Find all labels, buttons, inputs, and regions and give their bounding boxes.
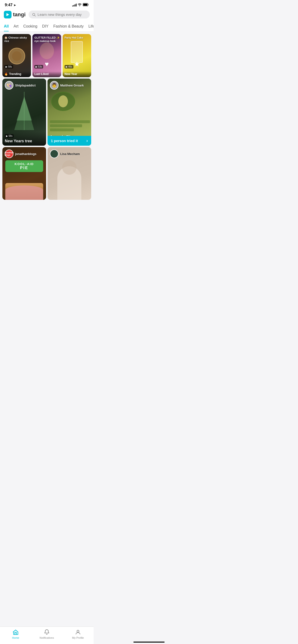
card-avocado[interactable]: 👨 Matthew Groark ▶ 38s Avocado Slice	[48, 78, 91, 146]
card-lisa[interactable]: Lisa Mecham	[48, 147, 91, 200]
card-glitter-category: Last Liked	[32, 72, 61, 77]
last-liked-label: Last Liked	[34, 72, 49, 76]
card-glitter-duration: ▶ 53s	[34, 65, 43, 68]
shiplapaddict-avatar: 👒	[5, 81, 14, 90]
logo-text: tangi	[13, 12, 26, 18]
search-icon	[32, 13, 36, 16]
search-bar[interactable]	[29, 10, 90, 18]
koolaid-line1: KOOL-AID	[8, 162, 41, 166]
tried-it-chevron: ›	[86, 138, 88, 143]
jonathan-avatar: jonathanblogs	[5, 150, 14, 158]
tried-it-text: 1 person tried it	[51, 139, 78, 143]
tab-all[interactable]: All	[4, 24, 9, 32]
heart-icon: ♥	[45, 60, 49, 68]
mid-row: 👒 Shiplapaddict ▶ 58s New Years tree	[3, 78, 91, 146]
signal-icon	[72, 4, 77, 6]
tab-diy[interactable]: DIY	[42, 24, 49, 32]
card-new-years-tree[interactable]: 👒 Shiplapaddict ▶ 58s New Years tree	[3, 78, 46, 146]
svg-line-4	[35, 15, 36, 16]
status-icons	[72, 3, 89, 7]
search-input[interactable]	[38, 12, 86, 16]
card-party-hat-title: Party Hat Cake	[65, 36, 83, 39]
tab-lifestyle[interactable]: Lifestyle	[89, 24, 94, 32]
jonathan-name: jonathanblogs	[15, 152, 37, 156]
card-avocado-user-row: 👨 Matthew Groark	[50, 81, 84, 90]
header: tangi	[0, 8, 94, 22]
matthew-avatar: 👨	[50, 81, 59, 90]
card-party-hat[interactable]: Party Hat Cake ▶ 45s ★ New Year	[63, 34, 91, 77]
new-years-tree-duration: ▶ 58s	[5, 134, 14, 138]
card-lisa-user-row: Lisa Mecham	[50, 150, 80, 158]
content-scroll: 🏠 Chinese sticky rice ▶ 58s 🔥 Trending G	[0, 32, 94, 222]
svg-rect-1	[83, 4, 87, 6]
content-grid: 🏠 Chinese sticky rice ▶ 58s 🔥 Trending G	[0, 32, 94, 202]
trending-icon: 🔥	[4, 72, 8, 76]
tab-art[interactable]: Art	[14, 24, 18, 32]
card-koolaid-user-row: jonathanblogs jonathanblogs	[5, 150, 37, 158]
card-glitter[interactable]: GLITTER FILLED ✨eye makeup look ▶ 53s ♥ …	[32, 34, 61, 77]
lisa-avatar	[50, 150, 59, 158]
wifi-icon	[78, 3, 82, 7]
tried-it-banner[interactable]: 1 person tried it ›	[48, 136, 91, 146]
new-year-label: New Year	[65, 72, 77, 76]
card-sticky-rice-category: 🔥 Trending	[3, 72, 31, 77]
card-new-years-tree-user-row: 👒 Shiplapaddict	[5, 81, 36, 90]
shiplapaddict-name: Shiplapaddict	[15, 84, 36, 87]
top-row: 🏠 Chinese sticky rice ▶ 58s 🔥 Trending G	[3, 34, 91, 77]
bottom-row: jonathanblogs jonathanblogs KOOL-AID PIE	[3, 147, 91, 200]
lisa-name: Lisa Mecham	[60, 152, 80, 156]
trending-label: Trending	[9, 72, 21, 76]
matthew-name: Matthew Groark	[60, 84, 84, 87]
card-glitter-title: GLITTER FILLED ✨eye makeup look	[34, 36, 60, 43]
logo-icon	[4, 11, 12, 18]
card-sticky-rice[interactable]: 🏠 Chinese sticky rice ▶ 58s 🔥 Trending	[3, 34, 31, 77]
logo: tangi	[4, 11, 26, 18]
card-new-years-tree-info: ▶ 58s New Years tree	[3, 132, 46, 146]
status-time: 9:47	[5, 3, 13, 7]
card-koolaid[interactable]: jonathanblogs jonathanblogs KOOL-AID PIE	[3, 147, 46, 200]
card-party-hat-duration: ▶ 45s	[65, 65, 73, 68]
new-years-tree-title: New Years tree	[5, 139, 44, 143]
category-tabs: All Art Cooking DIY Fashion & Beauty Lif…	[0, 22, 94, 32]
status-bar: 9:47 ➤	[0, 0, 94, 8]
card-party-hat-category: New Year	[63, 72, 91, 77]
battery-icon	[83, 3, 89, 7]
tab-fashion[interactable]: Fashion & Beauty	[53, 24, 83, 32]
location-icon: ➤	[14, 3, 16, 7]
tab-cooking[interactable]: Cooking	[23, 24, 37, 32]
koolaid-line2: PIE	[8, 166, 41, 170]
card-sticky-rice-title: 🏠 Chinese sticky rice	[4, 36, 31, 43]
